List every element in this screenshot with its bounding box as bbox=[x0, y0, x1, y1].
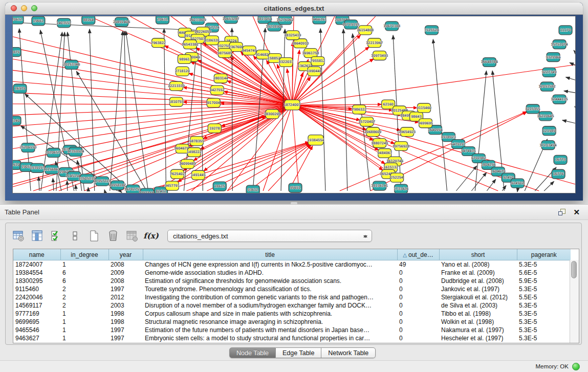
graph-node[interactable]: 16154808 bbox=[357, 26, 374, 35]
graph-node[interactable]: 20206576 bbox=[45, 148, 62, 158]
graph-node[interactable]: 12444135 bbox=[551, 95, 568, 104]
close-panel-icon[interactable]: ✕ bbox=[573, 207, 580, 217]
graph-node[interactable]: 18615 bbox=[213, 182, 226, 191]
graph-node[interactable]: 16543382 bbox=[182, 40, 199, 49]
graph-node[interactable]: 10653287 bbox=[223, 16, 239, 24]
graph-node[interactable]: 10958187 bbox=[109, 181, 126, 190]
graph-node[interactable]: 95651 bbox=[289, 183, 302, 192]
graph-node[interactable]: 20153346 bbox=[63, 60, 80, 70]
graph-node[interactable]: 12213967 bbox=[366, 38, 383, 48]
graph-node[interactable]: 93612 bbox=[246, 185, 259, 193]
graph-node[interactable]: 7955812 bbox=[310, 57, 325, 66]
graph-node[interactable]: 15751074 bbox=[551, 40, 568, 49]
graph-node[interactable]: 12923446 bbox=[139, 188, 156, 193]
graph-node[interactable]: 72240 bbox=[13, 116, 21, 125]
column-header-short[interactable]: short bbox=[439, 249, 517, 260]
table-select-dropdown[interactable]: citations_edges.txt bbox=[167, 230, 372, 242]
table-row[interactable]: 969969511998Structural magnetic resonanc… bbox=[13, 318, 571, 326]
graph-node[interactable]: 1939159 bbox=[30, 163, 45, 172]
column-header-name[interactable]: name bbox=[13, 249, 60, 260]
graph-node[interactable]: 9466161 bbox=[312, 16, 326, 24]
graph-node[interactable]: 16961758 bbox=[302, 49, 319, 58]
graph-node[interactable]: 15720407 bbox=[358, 117, 375, 126]
graph-node[interactable]: 19671388 bbox=[383, 21, 400, 31]
graph-node[interactable]: 10688609 bbox=[364, 127, 381, 137]
graph-node[interactable]: 16648784 bbox=[481, 58, 498, 67]
graph-node[interactable]: 18807249 bbox=[371, 139, 388, 148]
create-column-button[interactable] bbox=[86, 228, 102, 244]
table-row[interactable]: 911546021997Tourette syndrome. Phenomeno… bbox=[13, 285, 571, 293]
graph-node[interactable]: 9484067 bbox=[377, 149, 392, 158]
graph-node[interactable]: 11170 bbox=[559, 26, 572, 35]
column-visibility-button[interactable] bbox=[30, 228, 45, 244]
graph-node[interactable]: 16779 bbox=[554, 155, 567, 164]
graph-node[interactable]: 924502 bbox=[511, 179, 524, 188]
graph-node[interactable]: 7963822 bbox=[151, 38, 166, 48]
graph-node[interactable]: 8322037 bbox=[279, 58, 294, 67]
column-header-in_degree[interactable]: in_degree bbox=[60, 249, 108, 260]
select-all-button[interactable] bbox=[49, 228, 64, 244]
tab-edge-table[interactable]: Edge Table bbox=[276, 347, 321, 358]
graph-node[interactable]: 12093582 bbox=[539, 82, 556, 91]
column-header-out_de[interactable]: △out_de… bbox=[397, 249, 439, 260]
graph-node[interactable]: 1491445 bbox=[191, 170, 206, 180]
graph-node[interactable]: 9875685 bbox=[217, 49, 232, 58]
graph-node[interactable]: 1498222 bbox=[187, 148, 202, 157]
graph-node[interactable]: 917004 bbox=[207, 98, 220, 107]
table-row[interactable]: 1830029562008Estimation of significance … bbox=[13, 277, 571, 285]
table-row[interactable]: 1872400712008Changes of HCN gene express… bbox=[13, 260, 571, 269]
column-header-year[interactable]: year bbox=[108, 249, 143, 260]
graph-node[interactable]: 121985 bbox=[542, 126, 556, 136]
graph-node[interactable]: 18325419 bbox=[285, 31, 301, 40]
graph-node[interactable]: 19756928 bbox=[393, 142, 409, 151]
function-builder-button[interactable]: f(x) bbox=[143, 228, 159, 244]
graph-node[interactable]: 19278 bbox=[208, 124, 221, 133]
table-row[interactable]: 1938455462009Genome-wide association stu… bbox=[13, 269, 571, 277]
graph-node[interactable]: 19654923 bbox=[399, 127, 416, 137]
graph-node[interactable]: 19661 bbox=[32, 16, 45, 26]
graph-node[interactable]: 9329966 bbox=[546, 53, 561, 62]
graph-node[interactable]: 8215955 bbox=[526, 104, 540, 114]
table-row[interactable]: 1456911722003Disruption of a novel membe… bbox=[13, 301, 571, 310]
graph-node[interactable]: 16033809 bbox=[189, 16, 206, 25]
graph-node[interactable]: 98961 bbox=[178, 55, 191, 64]
table-row[interactable]: 946554611997Estimation of the future num… bbox=[13, 326, 571, 334]
graph-node[interactable]: 20875 bbox=[13, 48, 21, 57]
scrollbar-thumb[interactable] bbox=[571, 261, 577, 278]
graph-node[interactable]: 12213339 bbox=[168, 81, 185, 91]
graph-node[interactable]: 10973493 bbox=[371, 51, 388, 60]
graph-node[interactable]: 1733426 bbox=[394, 184, 408, 193]
graph-node[interactable]: 8454749 bbox=[242, 46, 257, 55]
table-scrollbar[interactable] bbox=[570, 260, 579, 343]
graph-node[interactable]: 9115460 bbox=[417, 103, 431, 113]
graph-node[interactable]: 2803144 bbox=[213, 74, 228, 83]
column-header-title[interactable]: title bbox=[143, 249, 397, 260]
graph-node[interactable]: 20612 bbox=[13, 16, 24, 24]
graph-node[interactable]: 16776 bbox=[552, 169, 565, 179]
column-header-pagerank[interactable]: pagerank bbox=[517, 249, 571, 260]
row-options-button[interactable] bbox=[68, 228, 83, 244]
tab-node-table[interactable]: Node Table bbox=[229, 347, 276, 358]
table-mode-button[interactable] bbox=[11, 228, 26, 244]
delete-table-button[interactable] bbox=[124, 228, 140, 244]
table-row[interactable]: 946362711997Embryonic stem cells: a mode… bbox=[13, 334, 571, 342]
table-row[interactable]: 2242004622012Investigating the contribut… bbox=[13, 293, 571, 301]
graph-node[interactable]: 20891406 bbox=[113, 17, 130, 27]
graph-node[interactable]: 252254 bbox=[390, 173, 404, 182]
graph-node[interactable]: 88164 bbox=[82, 16, 95, 25]
graph-node[interactable]: 16099489 bbox=[179, 159, 196, 168]
graph-node[interactable]: 17957223 bbox=[94, 177, 111, 186]
graph-node[interactable]: 1403557 bbox=[56, 18, 71, 28]
graph-node[interactable]: 5878355 bbox=[189, 137, 204, 146]
graph-node[interactable]: 16210645 bbox=[537, 112, 554, 121]
graph-node[interactable]: 19384554 bbox=[307, 135, 324, 145]
tab-network-table[interactable]: Network Table bbox=[321, 347, 376, 358]
graph-node[interactable]: 18136141 bbox=[371, 181, 388, 190]
graph-node[interactable]: 18640910 bbox=[292, 39, 309, 48]
graph-node[interactable]: 20631 bbox=[156, 16, 169, 24]
graph-node[interactable]: 2718120 bbox=[175, 67, 190, 76]
delete-column-button[interactable] bbox=[105, 228, 121, 244]
float-panel-icon[interactable] bbox=[558, 209, 565, 216]
graph-node[interactable]: 7625402 bbox=[170, 169, 185, 179]
network-canvas[interactable]: 2061219661140355788164208914062063116033… bbox=[12, 16, 576, 193]
